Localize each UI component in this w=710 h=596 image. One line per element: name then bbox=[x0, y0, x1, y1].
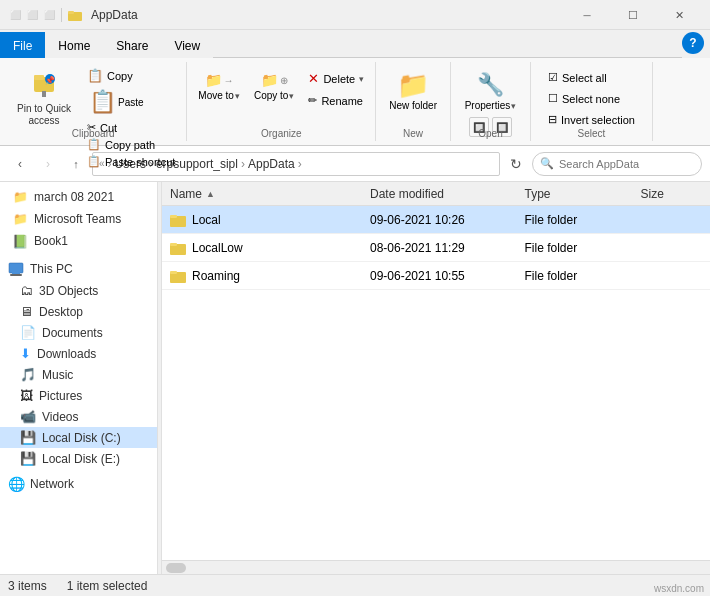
sidebar-item-msteams[interactable]: 📁 Microsoft Teams bbox=[0, 208, 157, 230]
col-header-size[interactable]: Size bbox=[632, 187, 710, 201]
sidebar-videos-label: Videos bbox=[42, 410, 78, 424]
sidebar-pictures-label: Pictures bbox=[39, 389, 82, 403]
new-folder-button[interactable]: 📁 New folder bbox=[382, 68, 444, 116]
file-list-container: Name ▲ Date modified Type Size bbox=[162, 182, 710, 574]
file-list-header: Name ▲ Date modified Type Size bbox=[162, 182, 710, 206]
documents-icon: 📄 bbox=[20, 325, 36, 340]
sidebar-locale-label: Local Disk (E:) bbox=[42, 452, 120, 466]
minimize-button[interactable] bbox=[564, 0, 610, 30]
open-group-label: Open bbox=[478, 128, 502, 139]
sidebar-documents[interactable]: 📄 Documents bbox=[0, 322, 157, 343]
window-folder-icon bbox=[67, 7, 83, 23]
properties-chevron: ▾ bbox=[511, 101, 516, 111]
file-date-roaming: 09-06-2021 10:55 bbox=[362, 269, 516, 283]
col-header-name[interactable]: Name ▲ bbox=[162, 187, 362, 201]
sidebar-localc[interactable]: 💾 Local Disk (C:) bbox=[0, 427, 157, 448]
tab-view[interactable]: View bbox=[161, 32, 213, 58]
help-button[interactable]: ? bbox=[682, 32, 704, 54]
file-date-locallow: 08-06-2021 11:29 bbox=[362, 241, 516, 255]
delete-label: Delete bbox=[323, 73, 355, 85]
rename-button[interactable]: ✏ Rename bbox=[303, 91, 369, 110]
title-bar-controls bbox=[564, 0, 702, 30]
file-name-roaming: Roaming bbox=[192, 269, 240, 283]
title-bar: ⬜ ⬜ ⬜ AppData bbox=[0, 0, 710, 30]
folder-icon: 📁 bbox=[12, 189, 28, 205]
sidebar-item-book1[interactable]: 📗 Book1 bbox=[0, 230, 157, 252]
sidebar-videos[interactable]: 📹 Videos bbox=[0, 406, 157, 427]
file-type-roaming: File folder bbox=[516, 269, 632, 283]
file-row-roaming[interactable]: Roaming 09-06-2021 10:55 File folder bbox=[162, 262, 710, 290]
scrollbar-thumb-h[interactable] bbox=[166, 563, 186, 573]
copy-to-icon: 📁⊕ bbox=[261, 72, 288, 88]
organize-group: 📁→ Move to ▾ 📁⊕ Copy to ▾ bbox=[187, 62, 376, 141]
paste-label: Paste bbox=[118, 97, 144, 108]
pin-to-quick-access-button[interactable]: 📌 Pin to Quick access bbox=[6, 64, 82, 132]
main-area: 📁 march 08 2021 📁 Microsoft Teams 📗 Book… bbox=[0, 182, 710, 574]
select-all-icon: ☑ bbox=[548, 71, 558, 84]
file-type-locallow: File folder bbox=[516, 241, 632, 255]
file-list: Local 09-06-2021 10:26 File folder Local… bbox=[162, 206, 710, 560]
move-to-button[interactable]: 📁→ Move to ▾ bbox=[193, 68, 245, 105]
select-all-button[interactable]: ☑ Select all bbox=[543, 68, 640, 87]
col-header-type[interactable]: Type bbox=[516, 187, 632, 201]
horizontal-scrollbar[interactable] bbox=[162, 560, 710, 574]
sidebar-locale[interactable]: 💾 Local Disk (E:) bbox=[0, 448, 157, 469]
sidebar-pictures[interactable]: 🖼 Pictures bbox=[0, 385, 157, 406]
select-none-icon: ☐ bbox=[548, 92, 558, 105]
this-pc-icon bbox=[8, 261, 24, 277]
sidebar-desktop-label: Desktop bbox=[39, 305, 83, 319]
sidebar-network-label: Network bbox=[30, 477, 74, 491]
new-group: 📁 New folder New bbox=[376, 62, 451, 141]
refresh-button[interactable]: ↻ bbox=[504, 152, 528, 176]
locale-icon: 💾 bbox=[20, 451, 36, 466]
invert-selection-button[interactable]: ⊟ Invert selection bbox=[543, 110, 640, 129]
select-group: ☑ Select all ☐ Select none ⊟ Invert sele… bbox=[531, 62, 653, 141]
sidebar-music[interactable]: 🎵 Music bbox=[0, 364, 157, 385]
select-all-label: Select all bbox=[562, 72, 607, 84]
select-group-label: Select bbox=[578, 128, 606, 139]
select-none-button[interactable]: ☐ Select none bbox=[543, 89, 640, 108]
folder-icon-locallow bbox=[170, 240, 186, 256]
copy-button[interactable]: 📋 Copy bbox=[82, 66, 180, 85]
maximize-button[interactable] bbox=[610, 0, 656, 30]
sort-arrow: ▲ bbox=[206, 189, 215, 199]
new-folder-icon: 📁 bbox=[397, 72, 429, 98]
svg-rect-3 bbox=[34, 75, 44, 80]
sidebar-item-march[interactable]: 📁 march 08 2021 bbox=[0, 186, 157, 208]
svg-rect-13 bbox=[170, 243, 177, 246]
tab-share[interactable]: Share bbox=[103, 32, 161, 58]
sidebar-desktop[interactable]: 🖥 Desktop bbox=[0, 301, 157, 322]
file-row-locallow[interactable]: LocalLow 08-06-2021 11:29 File folder bbox=[162, 234, 710, 262]
sidebar-3dobjects[interactable]: 🗂 3D Objects bbox=[0, 280, 157, 301]
sidebar-downloads[interactable]: ⬇ Downloads bbox=[0, 343, 157, 364]
rename-label: Rename bbox=[321, 95, 363, 107]
copy-to-button[interactable]: 📁⊕ Copy to ▾ bbox=[249, 68, 299, 105]
paste-shortcut-label: Paste shortcut bbox=[105, 156, 175, 168]
properties-button[interactable]: 🔧 Properties ▾ bbox=[458, 68, 524, 115]
delete-button[interactable]: ✕ Delete ▾ bbox=[303, 68, 369, 89]
file-name-locallow: LocalLow bbox=[192, 241, 243, 255]
search-input[interactable] bbox=[532, 152, 702, 176]
excel-icon: 📗 bbox=[12, 233, 28, 249]
tab-home[interactable]: Home bbox=[45, 32, 103, 58]
sidebar: 📁 march 08 2021 📁 Microsoft Teams 📗 Book… bbox=[0, 182, 158, 574]
invert-label: Invert selection bbox=[561, 114, 635, 126]
tab-file[interactable]: File bbox=[0, 32, 45, 58]
path-appdata: AppData bbox=[248, 157, 295, 171]
paste-button[interactable]: 📋 Paste bbox=[86, 87, 147, 117]
close-icon bbox=[675, 8, 684, 22]
paste-icon: 📋 bbox=[89, 89, 116, 115]
file-name-local: Local bbox=[192, 213, 221, 227]
col-header-date[interactable]: Date modified bbox=[362, 187, 516, 201]
paste-shortcut-button[interactable]: 📋 Paste shortcut bbox=[82, 153, 180, 170]
sidebar-this-pc[interactable]: This PC bbox=[0, 258, 157, 280]
open-group: 🔧 Properties ▾ 🔲 🔲 Open bbox=[451, 62, 531, 141]
ribbon: 📌 Pin to Quick access 📋 Copy 📋 Paste bbox=[0, 58, 710, 146]
file-row-local[interactable]: Local 09-06-2021 10:26 File folder bbox=[162, 206, 710, 234]
sidebar-documents-label: Documents bbox=[42, 326, 103, 340]
pictures-icon: 🖼 bbox=[20, 388, 33, 403]
window-title: AppData bbox=[91, 8, 138, 22]
close-button[interactable] bbox=[656, 0, 702, 30]
copy-path-icon: 📋 bbox=[87, 138, 101, 151]
sidebar-network[interactable]: 🌐 Network bbox=[0, 473, 157, 495]
